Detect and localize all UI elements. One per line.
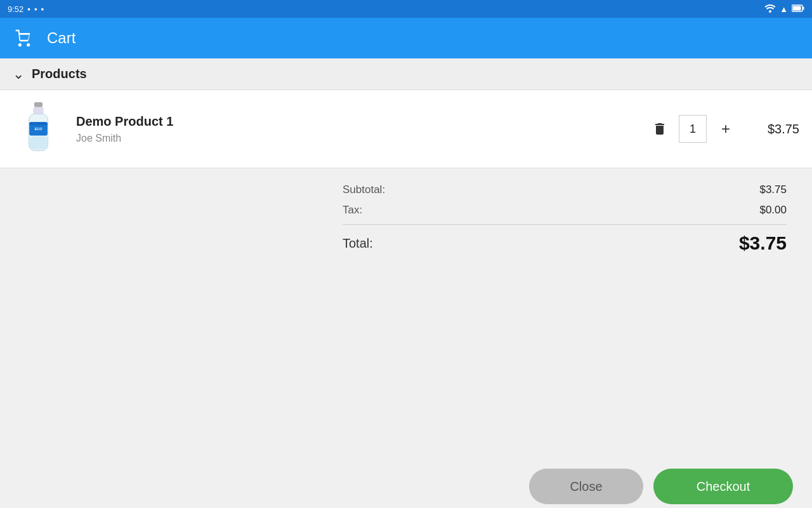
item-controls: 1 + [646,115,740,143]
status-bar: 9:52 ▪ ▪ ▪ ▲ [0,0,812,18]
product-info: Demo Product 1 Joe Smith [76,114,646,144]
subtotal-value: $3.75 [759,184,787,196]
total-label: Total: [343,236,373,251]
main-content: ECO Demo Product 1 Joe Smith 1 + $3.75 [0,90,812,508]
extra-icon: ▪ [41,4,44,14]
chevron-down-icon: ⌄ [13,66,24,83]
cart-icon [13,27,36,50]
products-label: Products [32,67,87,81]
svg-rect-5 [33,107,43,114]
delete-item-button[interactable] [646,115,674,143]
order-summary: Subtotal: $3.75 Tax: $0.00 Total: $3.75 [0,168,812,269]
status-left: 9:52 ▪ ▪ ▪ [8,4,44,14]
svg-text:ECO: ECO [34,127,42,131]
total-row: Total: $3.75 [343,232,787,254]
battery-icon [792,4,804,14]
page-title: Cart [47,29,75,47]
product-seller: Joe Smith [76,133,646,144]
close-button[interactable]: Close [529,469,643,504]
increase-quantity-button[interactable]: + [712,115,740,143]
bottom-action-bar: Close Checkout [0,461,812,508]
svg-rect-4 [34,102,42,107]
tax-label: Tax: [343,204,362,217]
cart-items-container: ECO Demo Product 1 Joe Smith 1 + $3.75 [0,90,812,168]
svg-rect-8 [29,123,48,124]
table-row: ECO Demo Product 1 Joe Smith 1 + $3.75 [0,90,812,168]
svg-point-0 [769,10,771,13]
app-bar: Cart [0,18,812,58]
wifi-icon [764,4,776,15]
tax-row: Tax: $0.00 [343,204,787,217]
time-display: 9:52 [8,4,23,14]
notifications-icon: ▪ [34,4,37,14]
subtotal-label: Subtotal: [343,184,385,196]
status-right: ▲ [764,4,804,15]
svg-rect-9 [29,137,48,149]
sim-icon: ▪ [27,4,30,14]
checkout-button[interactable]: Checkout [653,469,793,504]
svg-rect-2 [803,6,804,10]
content-spacer [0,269,812,461]
product-image: ECO [13,100,63,157]
subtotal-row: Subtotal: $3.75 [343,184,787,196]
quantity-display: 1 [679,115,707,143]
total-value: $3.75 [739,232,787,254]
summary-divider [343,224,787,225]
svg-rect-3 [793,6,801,10]
signal-icon: ▲ [780,4,788,14]
products-header: ⌄ Products [0,58,812,90]
item-price: $3.75 [755,122,799,137]
product-name: Demo Product 1 [76,114,646,129]
tax-value: $0.00 [759,204,787,217]
